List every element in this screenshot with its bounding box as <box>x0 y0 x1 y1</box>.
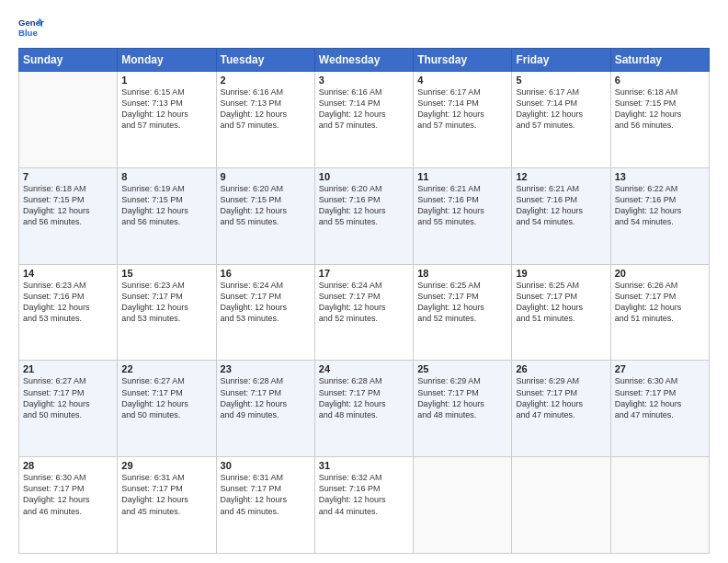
day-cell: 10Sunrise: 6:20 AMSunset: 7:16 PMDayligh… <box>314 167 413 264</box>
day-cell: 6Sunrise: 6:18 AMSunset: 7:15 PMDaylight… <box>610 72 709 168</box>
weekday-header-saturday: Saturday <box>610 49 709 72</box>
day-info: Sunrise: 6:20 AMSunset: 7:15 PMDaylight:… <box>221 183 311 228</box>
day-number: 27 <box>615 363 705 374</box>
day-number: 22 <box>121 363 211 374</box>
day-cell <box>19 72 118 168</box>
day-cell: 13Sunrise: 6:22 AMSunset: 7:16 PMDayligh… <box>610 167 709 264</box>
week-row-4: 21Sunrise: 6:27 AMSunset: 7:17 PMDayligh… <box>19 361 710 457</box>
day-info: Sunrise: 6:21 AMSunset: 7:16 PMDaylight:… <box>516 183 606 228</box>
day-number: 15 <box>121 268 211 279</box>
weekday-header-wednesday: Wednesday <box>314 49 413 72</box>
day-cell: 27Sunrise: 6:30 AMSunset: 7:17 PMDayligh… <box>610 361 709 457</box>
day-cell: 22Sunrise: 6:27 AMSunset: 7:17 PMDayligh… <box>118 361 216 457</box>
day-number: 10 <box>319 171 409 182</box>
day-number: 3 <box>319 75 409 86</box>
day-info: Sunrise: 6:30 AMSunset: 7:17 PMDaylight:… <box>615 375 705 420</box>
day-info: Sunrise: 6:23 AMSunset: 7:16 PMDaylight:… <box>23 280 113 325</box>
weekday-header-thursday: Thursday <box>414 49 512 72</box>
day-number: 30 <box>221 460 311 471</box>
day-cell <box>414 457 512 554</box>
day-info: Sunrise: 6:19 AMSunset: 7:15 PMDaylight:… <box>121 183 211 228</box>
day-number: 16 <box>221 268 311 279</box>
day-info: Sunrise: 6:27 AMSunset: 7:17 PMDaylight:… <box>121 375 211 420</box>
day-cell: 3Sunrise: 6:16 AMSunset: 7:14 PMDaylight… <box>314 72 413 168</box>
day-info: Sunrise: 6:24 AMSunset: 7:17 PMDaylight:… <box>319 280 409 325</box>
day-cell: 26Sunrise: 6:29 AMSunset: 7:17 PMDayligh… <box>512 361 610 457</box>
day-info: Sunrise: 6:29 AMSunset: 7:17 PMDaylight:… <box>516 375 606 420</box>
day-info: Sunrise: 6:23 AMSunset: 7:17 PMDaylight:… <box>121 280 211 325</box>
day-info: Sunrise: 6:15 AMSunset: 7:13 PMDaylight:… <box>121 86 211 132</box>
day-cell: 28Sunrise: 6:30 AMSunset: 7:17 PMDayligh… <box>19 457 118 554</box>
day-cell: 31Sunrise: 6:32 AMSunset: 7:16 PMDayligh… <box>314 457 413 554</box>
page: General Blue SundayMondayTuesdayWednesda… <box>0 0 728 563</box>
day-info: Sunrise: 6:30 AMSunset: 7:17 PMDaylight:… <box>23 472 113 517</box>
day-info: Sunrise: 6:25 AMSunset: 7:17 PMDaylight:… <box>516 280 606 325</box>
day-cell: 4Sunrise: 6:17 AMSunset: 7:14 PMDaylight… <box>414 72 512 168</box>
day-cell: 1Sunrise: 6:15 AMSunset: 7:13 PMDaylight… <box>118 72 216 168</box>
day-cell: 19Sunrise: 6:25 AMSunset: 7:17 PMDayligh… <box>512 264 610 361</box>
day-cell <box>512 457 610 554</box>
day-cell: 2Sunrise: 6:16 AMSunset: 7:13 PMDaylight… <box>216 72 314 168</box>
day-cell: 12Sunrise: 6:21 AMSunset: 7:16 PMDayligh… <box>512 167 610 264</box>
day-cell: 5Sunrise: 6:17 AMSunset: 7:14 PMDaylight… <box>512 72 610 168</box>
weekday-header-row: SundayMondayTuesdayWednesdayThursdayFrid… <box>19 49 710 72</box>
day-info: Sunrise: 6:31 AMSunset: 7:17 PMDaylight:… <box>221 472 311 517</box>
day-cell: 18Sunrise: 6:25 AMSunset: 7:17 PMDayligh… <box>414 264 512 361</box>
day-cell <box>610 457 709 554</box>
day-info: Sunrise: 6:22 AMSunset: 7:16 PMDaylight:… <box>615 183 705 228</box>
day-info: Sunrise: 6:21 AMSunset: 7:16 PMDaylight:… <box>417 183 507 228</box>
day-info: Sunrise: 6:17 AMSunset: 7:14 PMDaylight:… <box>417 86 507 132</box>
day-cell: 20Sunrise: 6:26 AMSunset: 7:17 PMDayligh… <box>610 264 709 361</box>
day-number: 31 <box>319 460 409 471</box>
day-cell: 17Sunrise: 6:24 AMSunset: 7:17 PMDayligh… <box>314 264 413 361</box>
day-number: 21 <box>23 363 113 374</box>
day-number: 2 <box>221 75 311 86</box>
day-cell: 7Sunrise: 6:18 AMSunset: 7:15 PMDaylight… <box>19 167 118 264</box>
day-number: 8 <box>121 171 211 182</box>
day-info: Sunrise: 6:18 AMSunset: 7:15 PMDaylight:… <box>615 86 705 132</box>
day-number: 28 <box>23 460 113 471</box>
week-row-1: 1Sunrise: 6:15 AMSunset: 7:13 PMDaylight… <box>19 72 710 168</box>
week-row-2: 7Sunrise: 6:18 AMSunset: 7:15 PMDaylight… <box>19 167 710 264</box>
day-info: Sunrise: 6:29 AMSunset: 7:17 PMDaylight:… <box>417 375 507 420</box>
day-info: Sunrise: 6:32 AMSunset: 7:16 PMDaylight:… <box>319 472 409 517</box>
logo-icon: General Blue <box>18 15 44 40</box>
day-info: Sunrise: 6:24 AMSunset: 7:17 PMDaylight:… <box>221 280 311 325</box>
day-info: Sunrise: 6:28 AMSunset: 7:17 PMDaylight:… <box>221 375 311 420</box>
svg-text:Blue: Blue <box>18 28 38 38</box>
day-cell: 15Sunrise: 6:23 AMSunset: 7:17 PMDayligh… <box>118 264 216 361</box>
weekday-header-sunday: Sunday <box>19 49 118 72</box>
day-cell: 16Sunrise: 6:24 AMSunset: 7:17 PMDayligh… <box>216 264 314 361</box>
day-number: 7 <box>23 171 113 182</box>
day-cell: 11Sunrise: 6:21 AMSunset: 7:16 PMDayligh… <box>414 167 512 264</box>
week-row-5: 28Sunrise: 6:30 AMSunset: 7:17 PMDayligh… <box>19 457 710 554</box>
day-info: Sunrise: 6:25 AMSunset: 7:17 PMDaylight:… <box>417 280 507 325</box>
day-cell: 29Sunrise: 6:31 AMSunset: 7:17 PMDayligh… <box>118 457 216 554</box>
day-cell: 25Sunrise: 6:29 AMSunset: 7:17 PMDayligh… <box>414 361 512 457</box>
day-info: Sunrise: 6:31 AMSunset: 7:17 PMDaylight:… <box>121 472 211 517</box>
day-cell: 30Sunrise: 6:31 AMSunset: 7:17 PMDayligh… <box>216 457 314 554</box>
day-info: Sunrise: 6:18 AMSunset: 7:15 PMDaylight:… <box>23 183 113 228</box>
day-info: Sunrise: 6:26 AMSunset: 7:17 PMDaylight:… <box>615 280 705 325</box>
week-row-3: 14Sunrise: 6:23 AMSunset: 7:16 PMDayligh… <box>19 264 710 361</box>
day-number: 29 <box>121 460 211 471</box>
day-number: 12 <box>516 171 606 182</box>
day-number: 25 <box>417 363 507 374</box>
day-info: Sunrise: 6:28 AMSunset: 7:17 PMDaylight:… <box>319 375 409 420</box>
day-number: 20 <box>615 268 705 279</box>
day-number: 17 <box>319 268 409 279</box>
day-number: 11 <box>417 171 507 182</box>
day-cell: 24Sunrise: 6:28 AMSunset: 7:17 PMDayligh… <box>314 361 413 457</box>
day-number: 24 <box>319 363 409 374</box>
day-number: 23 <box>221 363 311 374</box>
day-info: Sunrise: 6:27 AMSunset: 7:17 PMDaylight:… <box>23 375 113 420</box>
day-number: 26 <box>516 363 606 374</box>
calendar-table: SundayMondayTuesdayWednesdayThursdayFrid… <box>18 48 710 554</box>
day-number: 5 <box>516 75 606 86</box>
weekday-header-tuesday: Tuesday <box>216 49 314 72</box>
day-number: 6 <box>615 75 705 86</box>
day-info: Sunrise: 6:16 AMSunset: 7:13 PMDaylight:… <box>221 86 311 132</box>
day-cell: 21Sunrise: 6:27 AMSunset: 7:17 PMDayligh… <box>19 361 118 457</box>
weekday-header-monday: Monday <box>118 49 216 72</box>
day-info: Sunrise: 6:20 AMSunset: 7:16 PMDaylight:… <box>319 183 409 228</box>
